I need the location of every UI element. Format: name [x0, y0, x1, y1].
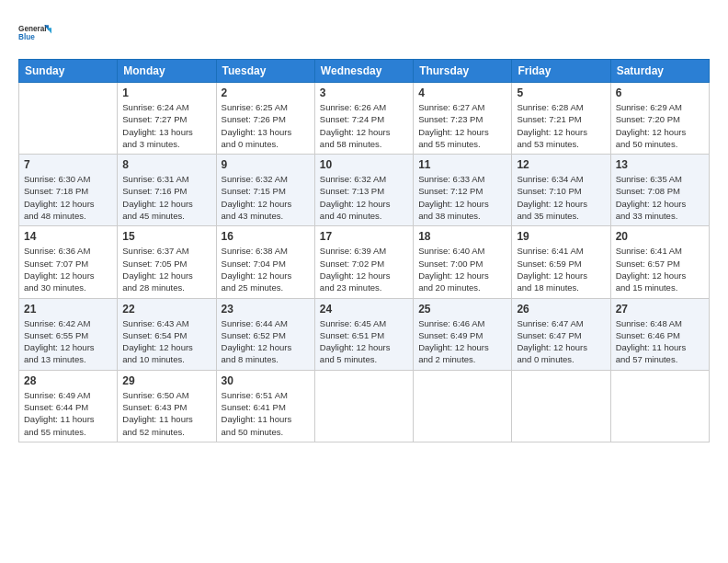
day-number: 12 — [517, 158, 605, 171]
calendar-week-3: 14Sunrise: 6:36 AM Sunset: 7:07 PM Dayli… — [19, 226, 710, 298]
day-number: 26 — [517, 303, 605, 316]
day-number: 30 — [222, 374, 310, 387]
day-info: Sunrise: 6:34 AM Sunset: 7:10 PM Dayligh… — [517, 173, 605, 222]
day-info: Sunrise: 6:32 AM Sunset: 7:13 PM Dayligh… — [320, 173, 408, 222]
calendar-cell: 10Sunrise: 6:32 AM Sunset: 7:13 PM Dayli… — [314, 155, 413, 226]
header: GeneralBlue — [18, 17, 710, 50]
calendar-cell — [19, 83, 118, 155]
page: GeneralBlue SundayMondayTuesdayWednesday… — [0, 0, 728, 563]
calendar-cell: 21Sunrise: 6:42 AM Sunset: 6:55 PM Dayli… — [19, 298, 118, 370]
calendar-cell: 22Sunrise: 6:43 AM Sunset: 6:54 PM Dayli… — [118, 298, 216, 370]
day-info: Sunrise: 6:32 AM Sunset: 7:15 PM Dayligh… — [222, 173, 310, 222]
day-number: 2 — [222, 86, 310, 99]
weekday-header-tuesday: Tuesday — [216, 60, 314, 83]
calendar-cell: 6Sunrise: 6:29 AM Sunset: 7:20 PM Daylig… — [610, 83, 709, 155]
day-number: 14 — [24, 230, 112, 243]
day-info: Sunrise: 6:41 AM Sunset: 6:59 PM Dayligh… — [517, 245, 605, 293]
calendar-cell: 1Sunrise: 6:24 AM Sunset: 7:27 PM Daylig… — [118, 83, 216, 155]
weekday-header-sunday: Sunday — [19, 60, 118, 83]
day-number: 3 — [320, 86, 408, 99]
day-number: 1 — [122, 86, 210, 99]
day-info: Sunrise: 6:27 AM Sunset: 7:23 PM Dayligh… — [418, 101, 506, 150]
svg-text:Blue: Blue — [18, 33, 35, 41]
day-info: Sunrise: 6:24 AM Sunset: 7:27 PM Dayligh… — [122, 101, 210, 150]
day-number: 8 — [122, 158, 210, 171]
day-number: 19 — [517, 230, 605, 243]
day-number: 7 — [24, 158, 112, 171]
day-number: 15 — [122, 230, 210, 243]
calendar-cell: 26Sunrise: 6:47 AM Sunset: 6:47 PM Dayli… — [512, 298, 610, 370]
day-number: 29 — [122, 374, 210, 387]
calendar-week-4: 21Sunrise: 6:42 AM Sunset: 6:55 PM Dayli… — [19, 298, 710, 370]
calendar-cell: 3Sunrise: 6:26 AM Sunset: 7:24 PM Daylig… — [314, 83, 413, 155]
day-info: Sunrise: 6:33 AM Sunset: 7:12 PM Dayligh… — [418, 173, 506, 222]
calendar-cell: 24Sunrise: 6:45 AM Sunset: 6:51 PM Dayli… — [314, 298, 413, 370]
calendar-week-2: 7Sunrise: 6:30 AM Sunset: 7:18 PM Daylig… — [19, 155, 710, 226]
day-info: Sunrise: 6:28 AM Sunset: 7:21 PM Dayligh… — [517, 101, 605, 150]
day-number: 16 — [222, 230, 310, 243]
day-number: 27 — [616, 303, 704, 316]
calendar-cell: 15Sunrise: 6:37 AM Sunset: 7:05 PM Dayli… — [118, 226, 216, 298]
weekday-header-row: SundayMondayTuesdayWednesdayThursdayFrid… — [19, 60, 710, 83]
day-number: 23 — [222, 303, 310, 316]
weekday-header-thursday: Thursday — [414, 60, 512, 83]
day-info: Sunrise: 6:36 AM Sunset: 7:07 PM Dayligh… — [24, 245, 112, 293]
calendar-week-5: 28Sunrise: 6:49 AM Sunset: 6:44 PM Dayli… — [19, 370, 710, 442]
day-number: 11 — [418, 158, 506, 171]
day-number: 10 — [320, 158, 408, 171]
day-info: Sunrise: 6:26 AM Sunset: 7:24 PM Dayligh… — [320, 101, 408, 150]
calendar-cell: 11Sunrise: 6:33 AM Sunset: 7:12 PM Dayli… — [414, 155, 512, 226]
day-info: Sunrise: 6:29 AM Sunset: 7:20 PM Dayligh… — [616, 101, 704, 150]
day-info: Sunrise: 6:37 AM Sunset: 7:05 PM Dayligh… — [122, 245, 210, 293]
calendar-cell: 8Sunrise: 6:31 AM Sunset: 7:16 PM Daylig… — [118, 155, 216, 226]
svg-text:General: General — [18, 25, 47, 33]
day-info: Sunrise: 6:51 AM Sunset: 6:41 PM Dayligh… — [222, 389, 310, 438]
calendar-cell — [414, 370, 512, 442]
calendar-cell: 16Sunrise: 6:38 AM Sunset: 7:04 PM Dayli… — [216, 226, 314, 298]
day-number: 25 — [418, 303, 506, 316]
calendar-cell: 27Sunrise: 6:48 AM Sunset: 6:46 PM Dayli… — [610, 298, 709, 370]
day-info: Sunrise: 6:35 AM Sunset: 7:08 PM Dayligh… — [616, 173, 704, 222]
day-number: 22 — [122, 303, 210, 316]
calendar-cell: 19Sunrise: 6:41 AM Sunset: 6:59 PM Dayli… — [512, 226, 610, 298]
calendar-cell: 30Sunrise: 6:51 AM Sunset: 6:41 PM Dayli… — [216, 370, 314, 442]
day-info: Sunrise: 6:49 AM Sunset: 6:44 PM Dayligh… — [24, 389, 112, 438]
day-number: 4 — [418, 86, 506, 99]
calendar-cell: 23Sunrise: 6:44 AM Sunset: 6:52 PM Dayli… — [216, 298, 314, 370]
calendar-cell: 9Sunrise: 6:32 AM Sunset: 7:15 PM Daylig… — [216, 155, 314, 226]
calendar-cell: 28Sunrise: 6:49 AM Sunset: 6:44 PM Dayli… — [19, 370, 118, 442]
day-info: Sunrise: 6:31 AM Sunset: 7:16 PM Dayligh… — [122, 173, 210, 222]
day-number: 17 — [320, 230, 408, 243]
day-info: Sunrise: 6:39 AM Sunset: 7:02 PM Dayligh… — [320, 245, 408, 293]
calendar-cell — [610, 370, 709, 442]
day-number: 21 — [24, 303, 112, 316]
day-info: Sunrise: 6:44 AM Sunset: 6:52 PM Dayligh… — [222, 317, 310, 366]
day-info: Sunrise: 6:25 AM Sunset: 7:26 PM Dayligh… — [222, 101, 310, 150]
day-number: 20 — [616, 230, 704, 243]
day-info: Sunrise: 6:46 AM Sunset: 6:49 PM Dayligh… — [418, 317, 506, 366]
calendar-cell: 5Sunrise: 6:28 AM Sunset: 7:21 PM Daylig… — [512, 83, 610, 155]
day-info: Sunrise: 6:43 AM Sunset: 6:54 PM Dayligh… — [122, 317, 210, 366]
calendar-cell: 14Sunrise: 6:36 AM Sunset: 7:07 PM Dayli… — [19, 226, 118, 298]
day-number: 28 — [24, 374, 112, 387]
calendar-cell: 4Sunrise: 6:27 AM Sunset: 7:23 PM Daylig… — [414, 83, 512, 155]
day-info: Sunrise: 6:40 AM Sunset: 7:00 PM Dayligh… — [418, 245, 506, 293]
calendar-week-1: 1Sunrise: 6:24 AM Sunset: 7:27 PM Daylig… — [19, 83, 710, 155]
calendar-cell — [512, 370, 610, 442]
calendar-cell — [314, 370, 413, 442]
weekday-header-wednesday: Wednesday — [314, 60, 413, 83]
day-info: Sunrise: 6:48 AM Sunset: 6:46 PM Dayligh… — [616, 317, 704, 366]
calendar-table: SundayMondayTuesdayWednesdayThursdayFrid… — [18, 59, 710, 442]
day-number: 9 — [222, 158, 310, 171]
calendar-cell: 18Sunrise: 6:40 AM Sunset: 7:00 PM Dayli… — [414, 226, 512, 298]
weekday-header-monday: Monday — [118, 60, 216, 83]
calendar-cell: 2Sunrise: 6:25 AM Sunset: 7:26 PM Daylig… — [216, 83, 314, 155]
day-info: Sunrise: 6:47 AM Sunset: 6:47 PM Dayligh… — [517, 317, 605, 366]
day-number: 6 — [616, 86, 704, 99]
day-info: Sunrise: 6:38 AM Sunset: 7:04 PM Dayligh… — [222, 245, 310, 293]
day-info: Sunrise: 6:50 AM Sunset: 6:43 PM Dayligh… — [122, 389, 210, 438]
weekday-header-saturday: Saturday — [610, 60, 709, 83]
day-info: Sunrise: 6:42 AM Sunset: 6:55 PM Dayligh… — [24, 317, 112, 366]
calendar-cell: 7Sunrise: 6:30 AM Sunset: 7:18 PM Daylig… — [19, 155, 118, 226]
calendar-cell: 20Sunrise: 6:41 AM Sunset: 6:57 PM Dayli… — [610, 226, 709, 298]
